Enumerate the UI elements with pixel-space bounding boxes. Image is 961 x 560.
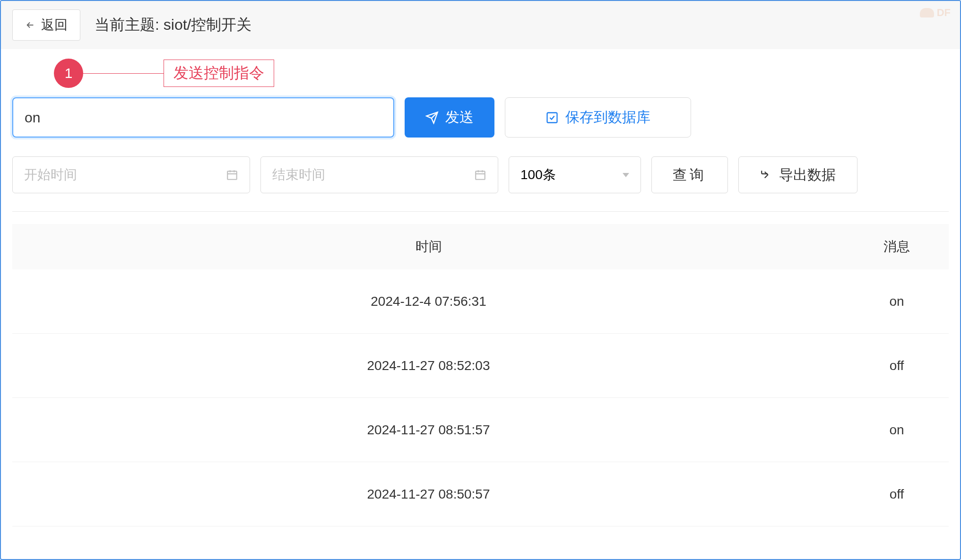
annotation-line xyxy=(83,73,164,74)
cell-message: on xyxy=(845,294,949,309)
calendar-icon xyxy=(226,169,238,181)
send-button[interactable]: 发送 xyxy=(405,97,494,138)
header-bar: 返回 当前主题: siot/控制开关 xyxy=(1,1,960,49)
start-time-input[interactable]: 开始时间 xyxy=(12,156,250,193)
cell-message: off xyxy=(845,487,949,502)
arrow-left-icon xyxy=(25,20,35,30)
save-label: 保存到数据库 xyxy=(565,108,650,127)
divider xyxy=(12,211,949,212)
end-time-placeholder: 结束时间 xyxy=(272,166,325,184)
watermark: DF xyxy=(920,7,951,19)
cell-time: 2024-11-27 08:50:57 xyxy=(12,487,845,502)
page-title: 当前主题: siot/控制开关 xyxy=(95,15,251,35)
cell-message: off xyxy=(845,358,949,373)
limit-selected-value: 100条 xyxy=(520,166,556,184)
cell-time: 2024-12-4 07:56:31 xyxy=(12,294,845,309)
annotation-badge: 1 xyxy=(54,59,83,88)
export-icon xyxy=(760,169,772,181)
svg-rect-0 xyxy=(547,112,557,122)
command-row: 发送 保存到数据库 xyxy=(1,97,960,138)
start-time-placeholder: 开始时间 xyxy=(24,166,77,184)
send-icon xyxy=(425,111,439,124)
chevron-down-icon xyxy=(623,173,629,177)
annotation: 1 发送控制指令 xyxy=(54,59,274,88)
cell-time: 2024-11-27 08:52:03 xyxy=(12,358,845,373)
command-input[interactable] xyxy=(12,97,394,138)
table-header: 时间 消息 xyxy=(12,224,949,269)
back-button[interactable]: 返回 xyxy=(12,9,80,41)
save-icon xyxy=(545,111,559,124)
table-row: 2024-11-27 08:52:03 off xyxy=(12,334,949,398)
data-table: 时间 消息 2024-12-4 07:56:31 on 2024-11-27 0… xyxy=(12,224,949,526)
query-label: 查询 xyxy=(673,165,707,185)
svg-rect-1 xyxy=(227,171,237,179)
cell-time: 2024-11-27 08:51:57 xyxy=(12,422,845,438)
back-label: 返回 xyxy=(41,16,68,34)
table-row: 2024-12-4 07:56:31 on xyxy=(12,269,949,334)
svg-rect-2 xyxy=(476,171,485,179)
col-message: 消息 xyxy=(845,238,949,256)
cell-message: on xyxy=(845,422,949,438)
export-label: 导出数据 xyxy=(779,165,836,185)
send-label: 发送 xyxy=(445,108,474,127)
table-row: 2024-11-27 08:51:57 on xyxy=(12,398,949,462)
query-button[interactable]: 查询 xyxy=(651,156,728,193)
table-row: 2024-11-27 08:50:57 off xyxy=(12,462,949,526)
filter-row: 开始时间 结束时间 100条 查询 导出数据 xyxy=(1,156,960,193)
col-time: 时间 xyxy=(12,238,845,256)
calendar-icon xyxy=(474,169,486,181)
annotation-label: 发送控制指令 xyxy=(164,60,274,87)
export-button[interactable]: 导出数据 xyxy=(738,156,857,193)
end-time-input[interactable]: 结束时间 xyxy=(260,156,498,193)
save-to-db-button[interactable]: 保存到数据库 xyxy=(505,97,691,138)
limit-select[interactable]: 100条 xyxy=(509,156,641,193)
